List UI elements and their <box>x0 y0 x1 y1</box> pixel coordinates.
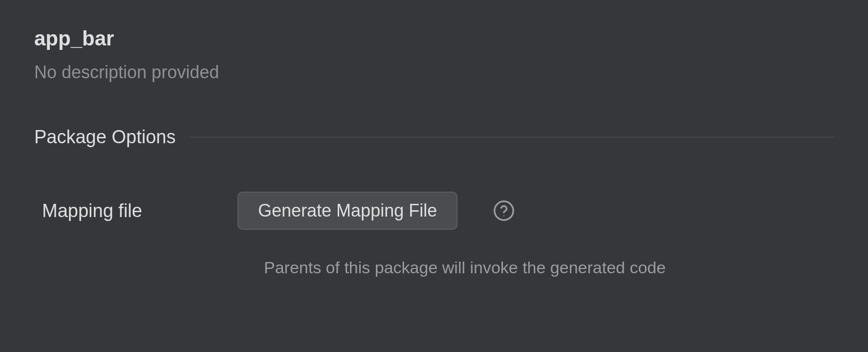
package-panel: app_bar No description provided Package … <box>0 0 868 277</box>
mapping-file-row: Mapping file Generate Mapping File <box>34 192 834 230</box>
mapping-file-label: Mapping file <box>42 200 238 221</box>
mapping-file-hint-row: Parents of this package will invoke the … <box>34 258 834 277</box>
package-title: app_bar <box>34 27 834 50</box>
svg-point-1 <box>503 215 504 216</box>
generate-mapping-file-button[interactable]: Generate Mapping File <box>238 192 457 230</box>
mapping-file-hint: Parents of this package will invoke the … <box>264 258 666 277</box>
package-description: No description provided <box>34 62 834 83</box>
section-header: Package Options <box>34 127 834 148</box>
help-icon[interactable] <box>493 199 515 222</box>
section-title: Package Options <box>34 127 175 148</box>
svg-point-0 <box>495 201 513 220</box>
section-divider <box>190 137 834 137</box>
